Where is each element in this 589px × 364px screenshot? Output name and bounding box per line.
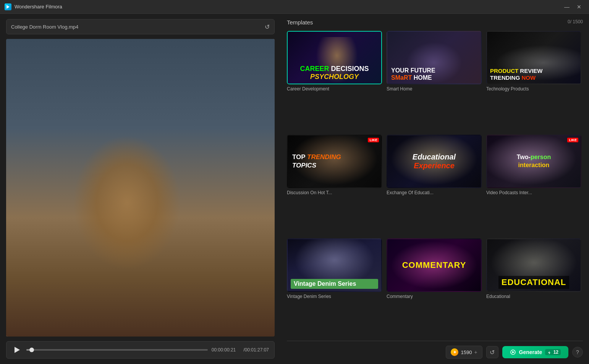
generate-label: Generate (519, 349, 542, 355)
refresh-button[interactable]: ↺ (265, 23, 270, 31)
template-label-podcast: Video Podcasts Inter... (486, 190, 581, 195)
counter-display: 0/ 1500 (568, 19, 583, 24)
title-bar: Wondershare Filmora — ✕ (0, 0, 589, 14)
template-item-podcast[interactable]: LIKE Two-person interaction Video Podcas… (486, 135, 581, 234)
template-label-discussion: Discussion On Hot T... (287, 190, 382, 195)
right-panel: 0/ 1500 Templates CAREER DECISIONS PSYCH… (281, 14, 589, 364)
templates-title: Templates (287, 19, 583, 26)
template-thumb-commentary: COMMENTARY (387, 238, 482, 292)
template-item-smarthome[interactable]: YOUR FUTURE SMaRT HOME Smart Home (387, 31, 482, 130)
current-time: 00:00:00:21 (212, 347, 236, 353)
template-label-career: Career Development (287, 86, 382, 92)
template-item-commentary[interactable]: COMMENTARY Commentary (387, 238, 482, 338)
template-item-discussion[interactable]: LIKE TOP TRENDING TOPICS Discussion On H… (287, 135, 382, 234)
bottom-bar: ✦ 1590 + ↺ Generate 12 ? (287, 341, 583, 359)
commentary-text: COMMENTARY (402, 260, 466, 270)
video-controls: 00:00:00:21 /00:01:27:07 (6, 341, 275, 359)
template-label-education: Exchange Of Educati... (387, 190, 482, 195)
generate-count: 12 (553, 350, 558, 355)
close-button[interactable]: ✕ (574, 3, 584, 11)
template-item-denim[interactable]: Vintage Denim Series Vintage Denim Serie… (287, 238, 382, 338)
window-controls: — ✕ (561, 3, 584, 11)
denim-text: Vintage Denim Series (291, 279, 378, 289)
template-label-commentary: Commentary (387, 294, 482, 299)
template-item-career[interactable]: CAREER DECISIONS PSYCHOLOGY Career Devel… (287, 31, 382, 130)
help-icon: ? (576, 349, 579, 355)
template-label-denim: Vintage Denim Series (287, 294, 382, 299)
help-button[interactable]: ? (572, 347, 583, 358)
credits-value: 1590 (461, 350, 472, 355)
svg-marker-1 (15, 347, 20, 353)
template-item-tech[interactable]: PRODUCT REVIEW TRENDING NOW Technology P… (486, 31, 581, 130)
template-label-tech: Technology Products (486, 86, 581, 92)
template-thumb-denim: Vintage Denim Series (287, 238, 382, 292)
video-frame (6, 39, 275, 337)
lightning-icon (547, 351, 551, 354)
templates-grid: CAREER DECISIONS PSYCHOLOGY Career Devel… (287, 31, 583, 338)
template-thumb-smarthome: YOUR FUTURE SMaRT HOME (387, 31, 482, 84)
educational2-text: EDUCATIONAL (498, 276, 569, 289)
template-label-smarthome: Smart Home (387, 86, 482, 92)
template-thumb-education: Educational Experience (387, 135, 482, 188)
filename-text: College Dorm Room Vlog.mp4 (11, 24, 265, 30)
svg-marker-4 (548, 351, 550, 354)
template-thumb-discussion: LIKE TOP TRENDING TOPICS (287, 135, 382, 188)
left-panel: College Dorm Room Vlog.mp4 ↺ 00:00:00:21… (0, 14, 281, 364)
refresh-templates-button[interactable]: ↺ (486, 346, 498, 358)
credits-plus-button[interactable]: + (474, 349, 477, 355)
template-thumb-tech: PRODUCT REVIEW TRENDING NOW (486, 31, 581, 84)
title-bar-left: Wondershare Filmora (5, 3, 62, 10)
template-label-educational2: Educational (486, 294, 581, 299)
main-layout: College Dorm Room Vlog.mp4 ↺ 00:00:00:21… (0, 14, 589, 364)
template-thumb-career: CAREER DECISIONS PSYCHOLOGY (287, 31, 382, 84)
minimize-button[interactable]: — (561, 3, 572, 11)
generate-button[interactable]: Generate 12 (502, 346, 568, 358)
video-preview (6, 39, 275, 337)
file-input-bar: College Dorm Room Vlog.mp4 ↺ (6, 19, 275, 34)
template-thumb-podcast: LIKE Two-person interaction (486, 135, 581, 188)
svg-marker-3 (512, 351, 515, 353)
app-title: Wondershare Filmora (15, 4, 62, 10)
total-time: /00:01:27:07 (243, 347, 269, 353)
template-thumb-educational2: EDUCATIONAL (486, 238, 581, 292)
play-button[interactable] (12, 345, 23, 355)
credits-display: ✦ 1590 + (446, 346, 482, 359)
generate-icon (510, 349, 516, 355)
credits-icon: ✦ (451, 348, 458, 356)
template-item-education[interactable]: Educational Experience Exchange Of Educa… (387, 135, 482, 234)
progress-thumb (29, 348, 34, 352)
video-person-overlay (6, 39, 275, 337)
template-item-educational2[interactable]: EDUCATIONAL Educational (486, 238, 581, 338)
generate-badge: 12 (545, 349, 561, 355)
app-icon (5, 3, 11, 10)
svg-marker-0 (6, 5, 10, 9)
progress-track[interactable] (26, 349, 208, 351)
